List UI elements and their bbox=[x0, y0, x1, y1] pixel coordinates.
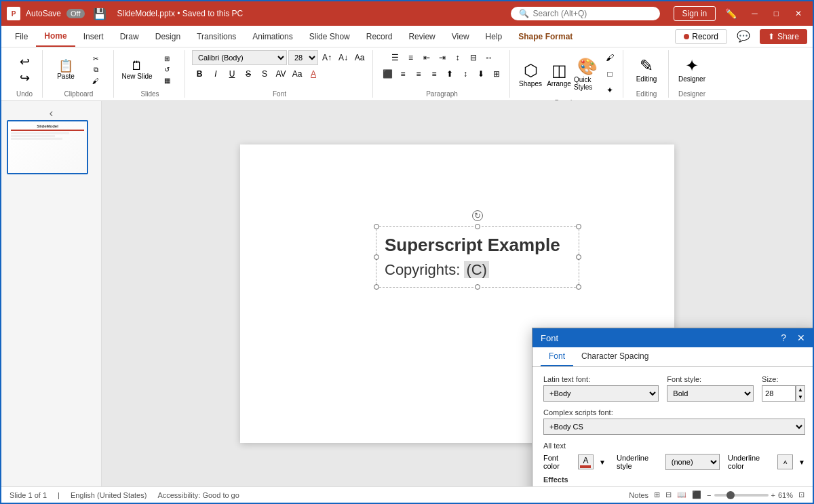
line-spacing-button[interactable]: ↕ bbox=[450, 50, 465, 65]
format-painter-button[interactable]: 🖌 bbox=[83, 76, 108, 86]
text-direction-button[interactable]: ↔ bbox=[482, 50, 497, 65]
align-center-button[interactable]: ≡ bbox=[395, 66, 410, 81]
handle-br[interactable] bbox=[576, 284, 581, 290]
zoom-slider[interactable] bbox=[714, 494, 769, 497]
font-family-select[interactable]: Calibri (Body) bbox=[192, 50, 287, 65]
complex-font-select[interactable]: +Body CS bbox=[543, 419, 805, 435]
strikethrough-button[interactable]: S bbox=[241, 66, 256, 81]
tab-help[interactable]: Help bbox=[478, 26, 511, 47]
handle-tm[interactable] bbox=[475, 224, 480, 229]
autosave-toggle[interactable]: Off bbox=[66, 9, 84, 18]
handle-mr[interactable] bbox=[576, 254, 581, 260]
dialog-help-button[interactable]: ? bbox=[778, 332, 789, 343]
italic-button[interactable]: I bbox=[208, 66, 223, 81]
comment-button[interactable]: 💬 bbox=[733, 28, 754, 44]
record-button[interactable]: Record bbox=[675, 29, 727, 44]
shape-outline-button[interactable]: □ bbox=[602, 66, 617, 81]
dialog-tab-char-spacing[interactable]: Character Spacing bbox=[573, 347, 657, 366]
align-right-button[interactable]: ≡ bbox=[411, 66, 426, 81]
tab-home[interactable]: Home bbox=[36, 26, 75, 47]
dialog-close-button[interactable]: ✕ bbox=[794, 332, 808, 343]
paste-button[interactable]: 📋 Paste bbox=[50, 58, 82, 81]
bullets-button[interactable]: ☰ bbox=[388, 50, 403, 65]
clear-format-button[interactable]: Aa bbox=[352, 50, 367, 65]
handle-ml[interactable] bbox=[374, 254, 379, 260]
font-color-button[interactable]: A bbox=[578, 454, 594, 469]
editing-button[interactable]: ✎ Editing bbox=[630, 55, 663, 84]
search-input[interactable] bbox=[533, 9, 652, 18]
notes-button[interactable]: Notes bbox=[629, 491, 648, 499]
copy-button[interactable]: ⧉ bbox=[83, 64, 108, 75]
increase-indent-button[interactable]: ⇥ bbox=[435, 50, 450, 65]
tab-view[interactable]: View bbox=[444, 26, 478, 47]
size-input[interactable]: 28 bbox=[762, 385, 796, 402]
align-left-button[interactable]: ⬛ bbox=[380, 66, 395, 81]
increase-font-button[interactable]: A↑ bbox=[319, 50, 334, 65]
slide-canvas[interactable]: ↻ Superscript Example Copyrights: (C) bbox=[102, 101, 813, 486]
new-slide-button[interactable]: 🗒 New Slide bbox=[121, 58, 153, 81]
view-reading-icon[interactable]: 📖 bbox=[677, 490, 686, 499]
char-spacing-button[interactable]: AV bbox=[273, 66, 288, 81]
align-middle-button[interactable]: ↕ bbox=[458, 66, 473, 81]
shape-fill-button[interactable]: 🖌 bbox=[602, 50, 617, 65]
tab-animations[interactable]: Animations bbox=[244, 26, 301, 47]
size-decrease-button[interactable]: ▼ bbox=[796, 393, 805, 401]
font-color-button[interactable]: A bbox=[306, 66, 321, 81]
panel-collapse-icon[interactable]: ‹ bbox=[50, 107, 53, 119]
search-box[interactable]: 🔍 bbox=[511, 7, 660, 20]
handle-bm[interactable] bbox=[475, 284, 480, 290]
underline-button[interactable]: U bbox=[225, 66, 239, 81]
dialog-tab-font[interactable]: Font bbox=[541, 347, 573, 366]
handle-tl[interactable] bbox=[374, 224, 379, 229]
view-grid-icon[interactable]: ⊟ bbox=[665, 490, 672, 499]
pen-icon[interactable]: ✏️ bbox=[721, 7, 741, 20]
handle-bl[interactable] bbox=[374, 284, 379, 290]
close-button[interactable]: ✕ bbox=[790, 7, 807, 20]
align-bottom-button[interactable]: ⬇ bbox=[473, 66, 488, 81]
undo-button[interactable]: ↩ bbox=[12, 54, 37, 69]
share-button[interactable]: ⬆ Share bbox=[760, 29, 807, 44]
tab-record[interactable]: Record bbox=[358, 26, 401, 47]
underline-color-dropdown-icon[interactable]: ▼ bbox=[798, 459, 805, 466]
underline-style-select[interactable]: (none) bbox=[665, 454, 720, 470]
tab-insert[interactable]: Insert bbox=[75, 26, 112, 47]
decrease-indent-button[interactable]: ⇤ bbox=[419, 50, 434, 65]
minimize-button[interactable]: ─ bbox=[746, 7, 763, 20]
handle-tr[interactable] bbox=[576, 224, 581, 229]
font-style-select[interactable]: Bold bbox=[667, 385, 754, 402]
align-top-button[interactable]: ⬆ bbox=[442, 66, 457, 81]
slide-thumb[interactable]: SlideModel bbox=[7, 120, 88, 174]
fit-page-icon[interactable]: ⊡ bbox=[798, 490, 805, 499]
shape-effects-button[interactable]: ✦ bbox=[602, 83, 617, 98]
tab-shape-format[interactable]: Shape Format bbox=[510, 26, 581, 47]
size-increase-button[interactable]: ▲ bbox=[796, 386, 805, 393]
latin-font-select[interactable]: +Body bbox=[543, 385, 659, 402]
quick-styles-button[interactable]: 🎨 Quick Styles bbox=[574, 56, 601, 92]
change-case-button[interactable]: Aa bbox=[290, 66, 305, 81]
slide[interactable]: ↻ Superscript Example Copyrights: (C) bbox=[240, 144, 674, 443]
rotate-handle[interactable]: ↻ bbox=[472, 210, 483, 221]
view-normal-icon[interactable]: ⊞ bbox=[654, 490, 660, 499]
columns-button[interactable]: ⊟ bbox=[466, 50, 481, 65]
arrange-button[interactable]: ◫ Arrange bbox=[545, 56, 573, 92]
layout-button[interactable]: ⊞ bbox=[155, 54, 179, 64]
sign-in-button[interactable]: Sign in bbox=[674, 6, 716, 21]
decrease-font-button[interactable]: A↓ bbox=[336, 50, 351, 65]
save-icon[interactable]: 💾 bbox=[93, 7, 106, 20]
smartart-button[interactable]: ⊞ bbox=[489, 66, 504, 81]
shapes-button[interactable]: ⬡ Shapes bbox=[517, 56, 544, 92]
section-button[interactable]: ▦ bbox=[155, 75, 179, 85]
numbering-button[interactable]: ≡ bbox=[404, 50, 419, 65]
shadow-button[interactable]: S bbox=[257, 66, 272, 81]
zoom-level[interactable]: 61% bbox=[778, 491, 793, 499]
tab-transitions[interactable]: Transitions bbox=[189, 26, 244, 47]
color-dropdown-icon[interactable]: ▼ bbox=[599, 459, 606, 466]
view-presenter-icon[interactable]: ⬛ bbox=[692, 490, 701, 499]
underline-color-button[interactable]: A bbox=[777, 454, 793, 469]
zoom-out-icon[interactable]: − bbox=[707, 491, 711, 499]
redo-button[interactable]: ↪ bbox=[12, 71, 37, 85]
text-box[interactable]: ↻ Superscript Example Copyrights: (C) bbox=[376, 226, 579, 288]
cut-button[interactable]: ✂ bbox=[83, 54, 108, 64]
zoom-in-icon[interactable]: + bbox=[771, 491, 775, 499]
bold-button[interactable]: B bbox=[192, 66, 207, 81]
